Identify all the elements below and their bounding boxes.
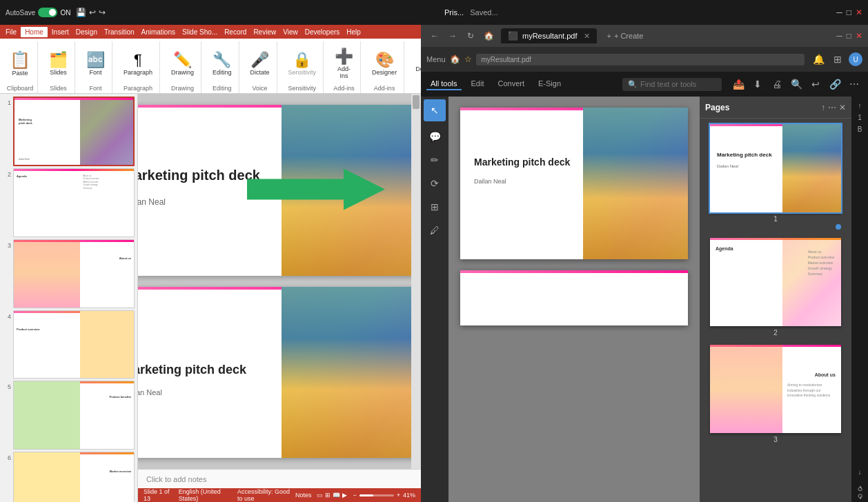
help-menu[interactable]: Help	[344, 28, 364, 36]
pdf-minimize-btn[interactable]: ─	[836, 31, 842, 41]
edge-btn-b[interactable]: B	[858, 126, 862, 133]
drawing-button[interactable]: ✏️ Drawing	[167, 41, 198, 85]
close-btn[interactable]: ✕	[856, 8, 862, 17]
pdf-zoom-icon[interactable]: 🔍	[788, 76, 805, 92]
font-button[interactable]: 🔤 Font	[82, 41, 109, 85]
esign-btn[interactable]: E-Sign	[534, 78, 565, 90]
slide-thumb-5[interactable]: 5 Product benefits	[0, 381, 137, 450]
pdf-print-icon[interactable]: 🖨	[769, 76, 785, 92]
draw-tool-btn[interactable]: ✏	[424, 149, 446, 171]
edge-action-1[interactable]: ⟲	[856, 485, 864, 491]
undo-icon[interactable]: ↩	[89, 8, 96, 17]
comment-tool-btn[interactable]: 💬	[424, 126, 446, 148]
paragraph-button[interactable]: ¶ Paragraph	[119, 41, 157, 85]
maximize-btn[interactable]: □	[847, 8, 851, 17]
slide-thumb-6[interactable]: 6 Market overview	[0, 452, 137, 502]
minimize-btn[interactable]: ─	[836, 8, 842, 17]
slide-img-4[interactable]: Product overview	[13, 310, 135, 379]
home-browser-btn[interactable]: 🏠	[480, 28, 497, 44]
slide-thumb-2[interactable]: 2 Agenda About usProduct overviewMarket …	[0, 168, 137, 237]
pdf-tab-active[interactable]: ⬛ myResultant.pdf ✕	[501, 28, 597, 43]
zoom-in-icon[interactable]: +	[397, 492, 400, 499]
redo-icon[interactable]: ↪	[99, 8, 106, 17]
notes-btn[interactable]: Notes	[295, 492, 312, 499]
panel-close-icon[interactable]: ✕	[839, 103, 846, 112]
slide-thumbnails-panel[interactable]: 1 Marketingpitch deck Dailan Neal	[0, 94, 138, 502]
main-slide-2[interactable]: Marketing pitch deck Dailan Neal	[138, 287, 411, 458]
slideshow-menu[interactable]: Slide Sho...	[179, 28, 220, 36]
stamp-tool-btn[interactable]: 🖊	[424, 219, 446, 241]
slide-img-1[interactable]: Marketingpitch deck Dailan Neal	[13, 97, 135, 166]
zoom-slider[interactable]	[359, 494, 394, 496]
pdf-search-bar[interactable]: 🔍	[622, 78, 722, 91]
record-menu[interactable]: Record	[221, 28, 249, 36]
pdf-link-icon[interactable]: 🔗	[827, 76, 843, 92]
slide-sorter-icon[interactable]: ⊞	[325, 492, 331, 499]
slideshow-icon[interactable]: ▶	[342, 492, 347, 499]
edge-btn-1[interactable]: 1	[858, 114, 862, 121]
pdf-tab-close[interactable]: ✕	[584, 32, 590, 41]
transition-menu[interactable]: Transition	[101, 28, 137, 36]
pdf-search-input[interactable]	[640, 80, 716, 88]
edit-btn[interactable]: Edit	[467, 78, 489, 90]
pdf-thumb-3[interactable]: About us Aiming to revolutionize industr…	[705, 345, 846, 443]
edge-action-2[interactable]: ⟳	[856, 494, 864, 499]
user-avatar[interactable]: U	[849, 52, 862, 66]
back-btn[interactable]: ←	[426, 28, 443, 44]
view-menu[interactable]: View	[280, 28, 301, 36]
pdf-share-icon[interactable]: 📤	[730, 76, 747, 92]
main-slide-1[interactable]: Marketing pitch deck Dailan Neal	[138, 105, 411, 276]
grid-icon[interactable]: ⊞	[829, 51, 846, 68]
zoom-out-icon[interactable]: −	[353, 492, 356, 499]
insert-menu[interactable]: Insert	[49, 28, 72, 36]
url-bar[interactable]: myResultant.pdf	[476, 54, 805, 66]
panel-more-icon[interactable]: ⋯	[828, 103, 836, 112]
pdf-download-icon[interactable]: ⬇	[749, 76, 766, 92]
pages-list[interactable]: Marketing pitch deck Dailan Neal 1	[700, 119, 851, 502]
new-tab-btn[interactable]: + + Create	[600, 28, 650, 43]
pdf-star-icon[interactable]: ☆	[464, 54, 472, 64]
pdf-rotate-icon[interactable]: ↩	[807, 76, 824, 92]
select-tool-btn[interactable]: ↖	[424, 99, 446, 121]
editing-button[interactable]: 🔧 Editing	[208, 41, 236, 85]
pdf-maximize-btn[interactable]: □	[847, 31, 851, 41]
slide-img-3[interactable]: About us	[13, 239, 135, 308]
reading-view-icon[interactable]: 📖	[333, 492, 340, 499]
slide-thumb-4[interactable]: 4 Product overview	[0, 310, 137, 379]
convert-btn[interactable]: Convert	[494, 78, 529, 90]
dictate-button[interactable]: 🎤 Dictate	[246, 41, 274, 85]
pdf-thumb-2[interactable]: Agenda About usProduct overviewMarket ov…	[705, 238, 846, 337]
forward-btn[interactable]: →	[444, 28, 461, 44]
canvas-scroll[interactable]: Marketing pitch deck Dailan Neal	[138, 94, 411, 469]
autosave-toggle[interactable]	[38, 8, 57, 17]
all-tools-btn[interactable]: All tools	[426, 78, 462, 90]
design-menu[interactable]: Design	[73, 28, 100, 36]
panel-export-icon[interactable]: ↑	[821, 103, 825, 112]
designer-button[interactable]: 🎨 Designer	[368, 41, 401, 85]
pdf-menu-btn[interactable]: Menu	[426, 55, 446, 63]
scroll-thumb-v[interactable]	[413, 95, 420, 109]
slide-img-6[interactable]: Market overview	[13, 452, 135, 502]
canvas-scrollbar-v[interactable]	[411, 94, 421, 469]
slide-img-5[interactable]: Product benefits	[13, 381, 135, 450]
pdf-home-icon[interactable]: 🏠	[450, 54, 460, 64]
home-menu[interactable]: Home	[21, 27, 48, 37]
pdf-view-area[interactable]: Marketing pitch deck Dailan Neal	[448, 97, 700, 502]
addins-button[interactable]: ➕ Add-Ins	[331, 41, 357, 85]
edge-scroll-top[interactable]: ↑	[858, 102, 862, 110]
save-icon[interactable]: 💾	[76, 8, 86, 17]
pdf-more-icon[interactable]: ⋯	[846, 76, 862, 92]
review-menu[interactable]: Review	[250, 28, 279, 36]
notification-icon[interactable]: 🔔	[810, 51, 827, 68]
animations-menu[interactable]: Animations	[139, 28, 178, 36]
sensitivity-button[interactable]: 🔒 Sensitivity	[284, 41, 321, 85]
paste-button[interactable]: 📋 Paste	[6, 41, 34, 85]
slide-thumb-1[interactable]: 1 Marketingpitch deck Dailan Neal	[0, 97, 137, 166]
text-tool-btn[interactable]: ⊞	[424, 196, 446, 218]
edge-scroll-down[interactable]: ↓	[858, 468, 862, 476]
crop-tool-btn[interactable]: ⟳	[424, 172, 446, 194]
normal-view-icon[interactable]: ▭	[317, 492, 323, 499]
refresh-btn[interactable]: ↻	[462, 28, 479, 44]
slide-thumb-3[interactable]: 3 About us	[0, 239, 137, 308]
slide-img-2[interactable]: Agenda About usProduct overviewMarket ov…	[13, 168, 135, 237]
